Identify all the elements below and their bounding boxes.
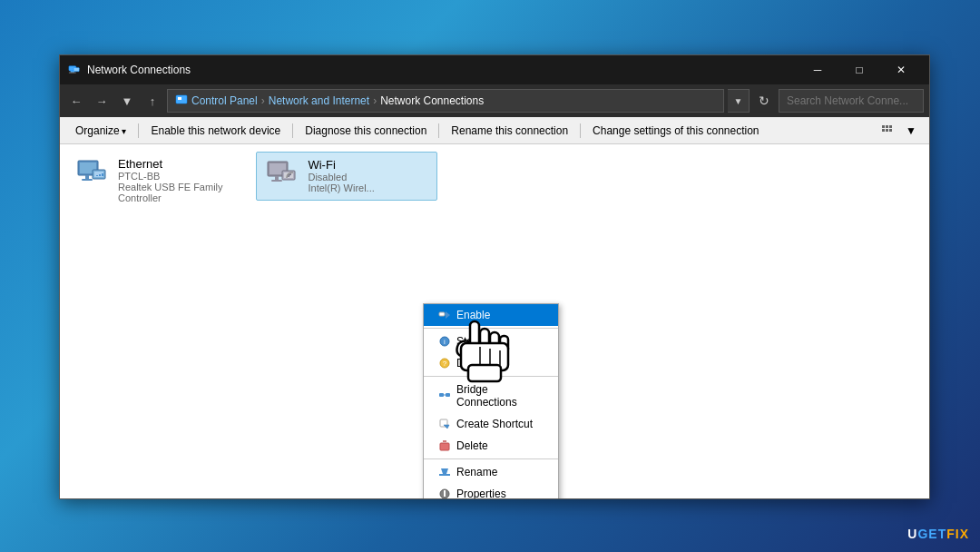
svg-rect-18 xyxy=(96,175,98,176)
watermark-fix: FIX xyxy=(946,527,969,541)
context-menu-diagnose[interactable]: ? Diagnose xyxy=(424,352,558,374)
properties-menu-icon xyxy=(438,488,451,498)
wifi-device[interactable]: Wi-Fi Disabled Intel(R) Wirel... xyxy=(256,152,437,201)
status-menu-icon: i xyxy=(438,335,451,348)
context-menu-enable[interactable]: Enable xyxy=(424,304,558,326)
content-area: Ethernet PTCL-BB Realtek USB FE Family C… xyxy=(60,144,929,498)
context-sep-1 xyxy=(424,328,558,329)
back-button[interactable]: ← xyxy=(65,90,87,112)
address-bar: ← → ▼ ↑ Control Panel › Network and Inte… xyxy=(60,84,929,117)
svg-rect-6 xyxy=(882,125,885,128)
control-panel-link[interactable]: Control Panel xyxy=(191,94,258,107)
context-menu-delete[interactable]: Delete xyxy=(424,435,558,457)
watermark-u: U xyxy=(907,527,917,541)
maximize-button[interactable]: □ xyxy=(838,55,880,84)
svg-rect-40 xyxy=(439,474,450,476)
window-title: Network Connections xyxy=(87,64,797,76)
address-icon xyxy=(175,94,188,109)
toolbar-separator-2 xyxy=(292,123,293,138)
ethernet-info: Ethernet PTCL-BB Realtek USB FE Family C… xyxy=(118,157,241,203)
svg-marker-41 xyxy=(441,468,448,474)
svg-rect-9 xyxy=(882,129,885,132)
ethernet-status: PTCL-BB xyxy=(118,171,241,182)
context-delete-label: Delete xyxy=(456,439,488,452)
svg-rect-43 xyxy=(444,492,446,497)
ethernet-icon xyxy=(74,157,111,193)
context-status-label: Status xyxy=(456,335,487,348)
view-options-button[interactable] xyxy=(877,121,898,141)
svg-rect-7 xyxy=(886,125,888,128)
context-enable-label: Enable xyxy=(456,309,490,321)
wifi-icon xyxy=(264,158,300,194)
recent-button[interactable]: ▼ xyxy=(116,90,138,112)
diagnose-menu-icon: ? xyxy=(438,357,451,370)
svg-rect-15 xyxy=(82,179,93,181)
toolbar: Organize Enable this network device Diag… xyxy=(60,117,929,144)
address-dropdown[interactable]: ▼ xyxy=(728,89,750,113)
wifi-name: Wi-Fi xyxy=(308,158,374,172)
context-sep-3 xyxy=(424,458,558,459)
toolbar-separator-3 xyxy=(438,123,439,138)
svg-marker-28 xyxy=(446,311,450,319)
context-diagnose-label: Diagnose xyxy=(456,357,503,370)
ethernet-name: Ethernet xyxy=(118,157,241,171)
toolbar-right: ▼ xyxy=(877,121,922,141)
svg-rect-44 xyxy=(444,490,446,492)
watermark-get: GET xyxy=(917,527,946,541)
svg-rect-24 xyxy=(271,180,282,182)
breadcrumb-sep-2: › xyxy=(373,94,377,107)
context-menu-rename[interactable]: Rename xyxy=(424,461,558,483)
window-controls: ─ □ ✕ xyxy=(797,55,922,84)
enable-network-device-button[interactable]: Enable this network device xyxy=(142,121,289,141)
context-menu-bridge[interactable]: Bridge Connections xyxy=(424,379,558,413)
network-connections-crumb: Network Connections xyxy=(380,94,484,107)
svg-rect-10 xyxy=(886,129,888,132)
wifi-status: Disabled xyxy=(308,172,374,182)
change-settings-button[interactable]: Change settings of this connection xyxy=(584,121,767,141)
view-dropdown-button[interactable]: ▼ xyxy=(900,121,922,141)
search-input[interactable] xyxy=(779,89,924,113)
svg-rect-23 xyxy=(275,176,279,180)
toolbar-separator-4 xyxy=(580,123,581,138)
wifi-hardware: Intel(R) Wirel... xyxy=(308,182,374,193)
title-bar: Network Connections ─ □ ✕ xyxy=(60,55,929,84)
context-rename-label: Rename xyxy=(456,466,497,478)
svg-rect-19 xyxy=(99,174,101,176)
svg-rect-20 xyxy=(102,173,103,176)
context-menu-properties[interactable]: Properties xyxy=(424,483,558,498)
bridge-menu-icon xyxy=(438,389,451,402)
svg-rect-38 xyxy=(440,443,449,450)
wifi-info: Wi-Fi Disabled Intel(R) Wirel... xyxy=(308,158,374,193)
network-internet-link[interactable]: Network and Internet xyxy=(269,94,369,107)
context-menu: Enable i Status ? Diagnose Bridge C xyxy=(423,303,559,498)
svg-text:?: ? xyxy=(443,360,447,368)
rename-connection-button[interactable]: Rename this connection xyxy=(443,121,576,141)
toolbar-separator-1 xyxy=(138,123,139,138)
shortcut-menu-icon xyxy=(438,418,451,430)
svg-rect-14 xyxy=(85,175,89,179)
refresh-button[interactable]: ↻ xyxy=(753,89,775,113)
context-sep-2 xyxy=(424,376,558,377)
svg-rect-11 xyxy=(889,129,892,132)
minimize-button[interactable]: ─ xyxy=(797,55,838,84)
diagnose-connection-button[interactable]: Diagnose this connection xyxy=(297,121,435,141)
up-button[interactable]: ↑ xyxy=(142,90,163,112)
forward-button[interactable]: → xyxy=(91,90,113,112)
organize-button[interactable]: Organize xyxy=(67,121,134,141)
context-bridge-label: Bridge Connections xyxy=(456,383,544,409)
address-path[interactable]: Control Panel › Network and Internet › N… xyxy=(167,89,724,113)
watermark: UGETFIX xyxy=(907,527,969,541)
context-menu-shortcut[interactable]: Create Shortcut xyxy=(424,413,558,435)
context-menu-status[interactable]: i Status xyxy=(424,330,558,352)
context-properties-label: Properties xyxy=(456,488,506,498)
svg-rect-34 xyxy=(446,393,450,397)
ethernet-device[interactable]: Ethernet PTCL-BB Realtek USB FE Family C… xyxy=(67,152,249,209)
delete-menu-icon xyxy=(438,439,451,452)
svg-rect-5 xyxy=(178,97,181,100)
enable-menu-icon xyxy=(438,309,451,321)
network-connections-window: Network Connections ─ □ ✕ ← → ▼ ↑ Contro… xyxy=(59,54,930,499)
breadcrumb-sep-1: › xyxy=(261,94,265,107)
context-shortcut-label: Create Shortcut xyxy=(456,418,533,430)
close-button[interactable]: ✕ xyxy=(880,55,922,84)
ethernet-hardware: Realtek USB FE Family Controller xyxy=(118,182,241,203)
